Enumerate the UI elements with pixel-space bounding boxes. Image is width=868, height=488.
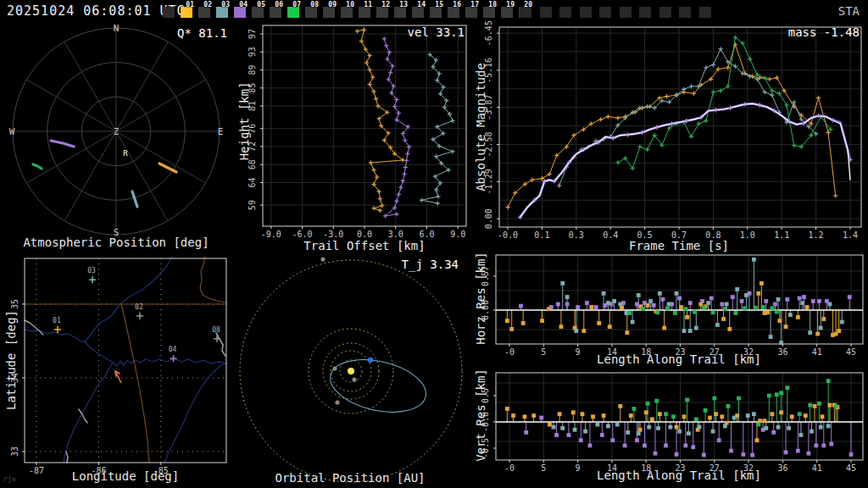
station-indicator[interactable] bbox=[163, 7, 175, 18]
panel-latitude-deg-: 0102030408-87-86-85353433 bbox=[10, 257, 226, 475]
tisserand-value: T_j 3.34 bbox=[402, 258, 459, 271]
svg-text:64: 64 bbox=[248, 177, 257, 187]
svg-text:41: 41 bbox=[812, 347, 822, 357]
station-indicator-15[interactable]: 15 bbox=[430, 7, 442, 18]
svg-text:9: 9 bbox=[576, 463, 581, 473]
svg-text:1.0: 1.0 bbox=[740, 230, 755, 240]
longitude-axis-label: Longitude [deg] bbox=[72, 469, 179, 483]
svg-text:03: 03 bbox=[87, 267, 96, 274]
station-indicator-label: 01 bbox=[186, 1, 194, 8]
station-indicator-17[interactable]: 17 bbox=[465, 7, 477, 18]
svg-text:1.1: 1.1 bbox=[774, 230, 789, 240]
svg-text:01: 01 bbox=[53, 317, 61, 324]
svg-text:9.0: 9.0 bbox=[450, 230, 465, 239]
station-indicator[interactable] bbox=[540, 7, 552, 18]
svg-text:E: E bbox=[218, 126, 224, 137]
station-indicator[interactable] bbox=[559, 7, 571, 18]
svg-text:-0: -0 bbox=[504, 347, 515, 357]
panel-absolute-magnitude: -0.00.10.30.40.50.70.81.01.11.21.40.00-1… bbox=[484, 20, 861, 240]
station-indicator-label: 10 bbox=[346, 1, 354, 8]
mass-value: mass -1.48 bbox=[788, 25, 860, 39]
svg-text:45: 45 bbox=[846, 463, 856, 473]
svg-text:97: 97 bbox=[248, 29, 257, 39]
svg-text:04: 04 bbox=[169, 346, 177, 353]
station-indicator-label: 11 bbox=[364, 1, 372, 8]
svg-text:08: 08 bbox=[212, 326, 220, 334]
station-indicator-03[interactable]: 03 bbox=[216, 7, 228, 18]
velocity-value: vel 33.1 bbox=[408, 25, 465, 39]
svg-text:-0.0: -0.0 bbox=[498, 230, 518, 240]
station-indicator[interactable] bbox=[679, 7, 691, 18]
svg-text:-9.0: -9.0 bbox=[261, 230, 281, 239]
svg-text:5: 5 bbox=[541, 347, 546, 357]
svg-text:6.0: 6.0 bbox=[419, 230, 434, 239]
station-indicator[interactable] bbox=[699, 7, 711, 18]
absolute-magnitude-axis-label: Absolute Magnitude bbox=[474, 63, 487, 191]
station-indicator-label: 07 bbox=[292, 1, 301, 8]
svg-text:-87: -87 bbox=[29, 466, 44, 475]
station-indicator[interactable] bbox=[659, 7, 671, 18]
svg-text:41: 41 bbox=[812, 463, 822, 473]
station-indicator-09[interactable]: 09 bbox=[323, 7, 335, 18]
station-indicator-10[interactable]: 10 bbox=[341, 7, 353, 18]
svg-text:1.4: 1.4 bbox=[843, 230, 858, 240]
top-status-bar: 20251024 06:08:01 UTC 010203040506070809… bbox=[0, 0, 868, 20]
station-indicator[interactable] bbox=[599, 7, 611, 18]
panel-atmospheric-position-deg-: NESWZR bbox=[9, 23, 224, 238]
station-indicator-16[interactable]: 16 bbox=[448, 7, 459, 18]
station-indicator[interactable] bbox=[520, 7, 531, 18]
svg-text:89: 89 bbox=[248, 65, 257, 75]
station-indicator-label: 14 bbox=[417, 1, 426, 8]
station-indicator-04[interactable]: 04 bbox=[234, 7, 246, 18]
panel-horz-res-km-: -05914182327323641450.000.57 bbox=[481, 255, 863, 357]
station-indicator-02[interactable]: 02 bbox=[198, 7, 210, 18]
trail-offset-axis-label: Trail Offset [km] bbox=[303, 239, 425, 252]
svg-text:0.00: 0.00 bbox=[484, 208, 493, 229]
station-indicator-12[interactable]: 12 bbox=[376, 7, 388, 18]
station-indicator-label: 02 bbox=[203, 1, 212, 8]
svg-text:R: R bbox=[123, 149, 128, 158]
svg-text:35: 35 bbox=[10, 299, 19, 309]
station-indicator-13[interactable]: 13 bbox=[394, 7, 406, 18]
svg-text:0.1: 0.1 bbox=[534, 230, 549, 240]
panel-height-km-: -9.0-6.0-3.00.03.06.09.09793898581767268… bbox=[248, 25, 466, 239]
station-indicator-label: 12 bbox=[381, 1, 390, 8]
station-indicator-05[interactable]: 05 bbox=[252, 7, 264, 18]
svg-text:33: 33 bbox=[10, 446, 19, 457]
station-indicator-label: 05 bbox=[257, 1, 265, 8]
station-indicator[interactable] bbox=[580, 7, 592, 18]
frame-time-axis-label: Frame Time [s] bbox=[629, 239, 729, 252]
station-indicator-11[interactable]: 11 bbox=[359, 7, 370, 18]
station-indicator[interactable] bbox=[639, 7, 651, 18]
station-indicator-label: 15 bbox=[435, 1, 443, 8]
svg-text:36: 36 bbox=[777, 347, 787, 357]
station-indicator-01[interactable]: 01 bbox=[181, 7, 192, 18]
length-along-trail-axis-label-2: Length Along Trail [km] bbox=[597, 469, 761, 482]
svg-text:1.2: 1.2 bbox=[809, 230, 824, 240]
q-reciprocal-value: Q* 81.1 bbox=[177, 26, 227, 40]
panel-orbital-position-au- bbox=[240, 257, 462, 482]
svg-text:68: 68 bbox=[248, 159, 257, 169]
station-indicator-06[interactable]: 06 bbox=[270, 7, 281, 18]
svg-text:59: 59 bbox=[248, 200, 257, 210]
svg-text:02: 02 bbox=[135, 303, 143, 311]
svg-text:3.0: 3.0 bbox=[388, 230, 403, 239]
station-indicator-07[interactable]: 07 bbox=[287, 7, 299, 18]
station-indicator-08[interactable]: 08 bbox=[305, 7, 317, 18]
svg-text:-6.0: -6.0 bbox=[292, 230, 312, 239]
station-indicator-19[interactable]: 19 bbox=[501, 7, 513, 18]
station-indicator-label: 04 bbox=[239, 1, 248, 8]
svg-text:0.4: 0.4 bbox=[603, 230, 618, 240]
svg-text:-3.0: -3.0 bbox=[323, 230, 343, 239]
station-indicator-14[interactable]: 14 bbox=[412, 7, 424, 18]
station-indicator-18[interactable]: 18 bbox=[483, 7, 495, 18]
panel-vert-res-km-: -05914182327323641450.5-0.0-0.5 bbox=[481, 373, 863, 473]
station-indicator-label: 08 bbox=[310, 1, 319, 8]
atmospheric-plot-title: Atmospheric Position [deg] bbox=[23, 236, 209, 249]
length-along-trail-axis-label-1: Length Along Trail [km] bbox=[597, 352, 761, 366]
svg-text:36: 36 bbox=[777, 463, 787, 473]
station-indicator-label: 13 bbox=[399, 1, 408, 8]
station-indicator-label: 19 bbox=[506, 1, 515, 8]
station-indicator[interactable] bbox=[620, 7, 632, 18]
latitude-axis-label: Latitude [deg] bbox=[4, 310, 18, 410]
